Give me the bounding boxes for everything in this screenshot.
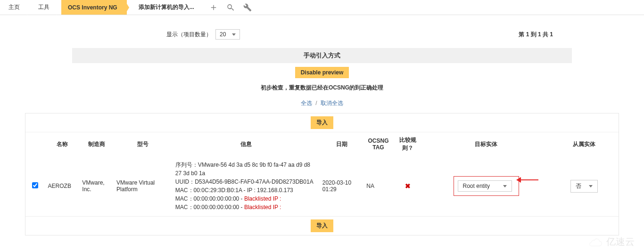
row-checkbox[interactable] <box>32 182 38 188</box>
col-target-entity: 目标实体 <box>422 132 550 156</box>
cell-target-entity: Root entity <box>422 156 550 216</box>
top-controls: 显示（项目数量） 20 第 1 到 1 共 1 <box>25 20 619 46</box>
breadcrumb-actions <box>209 3 252 12</box>
manual-import-header: 手动引入方式 <box>72 48 572 63</box>
chevron-down-icon <box>232 33 236 36</box>
cloud-icon <box>587 238 603 242</box>
pager-info: 第 1 到 1 共 1 <box>519 31 553 39</box>
cell-sub-entity: 否 <box>550 156 619 216</box>
watermark: 亿速云 <box>587 235 635 242</box>
breadcrumb: 主页 工具 OCS Inventory NG 添加新计算机的导入... <box>0 0 644 15</box>
blacklisted-ip-label: Blacklisted IP : <box>244 204 281 211</box>
table-header-row: 名称 制造商 型号 信息 日期 OCSNG TAG 比较规则？ 目标实体 从属实… <box>25 132 619 156</box>
table-row: AEROZB VMware, Inc. VMware Virtual Platf… <box>25 156 619 216</box>
cell-manufacturer: VMware, Inc. <box>79 156 114 216</box>
plus-icon[interactable] <box>209 3 218 12</box>
cell-name: AEROZB <box>45 156 80 216</box>
cell-info: 序列号：VMware-56 4d 3a d5 8c 9b f0 fa-47 aa… <box>173 156 320 216</box>
disable-preview-button[interactable]: Disable preview <box>295 67 349 78</box>
check-note: 初步检查，重复数据已经在OCSNG的到正确处理 <box>25 80 619 96</box>
cell-compare-rule: ✖ <box>393 156 422 216</box>
chevron-right-icon <box>27 0 32 15</box>
col-name: 名称 <box>45 132 80 156</box>
target-entity-highlight: Root entity <box>454 176 519 196</box>
col-date: 日期 <box>320 132 364 156</box>
chevron-down-icon <box>503 185 507 187</box>
sub-entity-select[interactable]: 否 <box>570 180 598 193</box>
import-table: 名称 制造商 型号 信息 日期 OCSNG TAG 比较规则？ 目标实体 从属实… <box>25 132 619 216</box>
display-count-control: 显示（项目数量） 20 <box>166 29 240 40</box>
col-manufacturer: 制造商 <box>79 132 114 156</box>
breadcrumb-import-page[interactable]: 添加新计算机的导入... <box>129 0 204 15</box>
x-circle-icon: ✖ <box>405 182 411 190</box>
cell-ocsng-tag: NA <box>363 156 393 216</box>
import-action-top: 导入 <box>25 113 619 132</box>
wrench-icon[interactable] <box>243 3 252 12</box>
display-count-select[interactable]: 20 <box>215 29 240 40</box>
disable-preview-row: Disable preview <box>25 65 619 80</box>
breadcrumb-home[interactable]: 主页 <box>4 0 29 15</box>
import-action-bottom: 导入 <box>25 216 619 235</box>
cell-model: VMware Virtual Platform <box>114 156 173 216</box>
select-links: 全选 / 取消全选 <box>25 96 619 111</box>
import-button-bottom[interactable]: 导入 <box>311 219 333 232</box>
cell-date: 2020-03-10 01:29 <box>320 156 364 216</box>
target-entity-select[interactable]: Root entity <box>458 180 512 192</box>
import-button-top[interactable]: 导入 <box>311 116 333 129</box>
main-content: 显示（项目数量） 20 第 1 到 1 共 1 手动引入方式 Disable p… <box>16 15 628 242</box>
chevron-right-icon <box>124 0 129 15</box>
col-info: 信息 <box>173 132 320 156</box>
select-all-link[interactable]: 全选 <box>301 100 312 106</box>
col-model: 型号 <box>114 132 173 156</box>
breadcrumb-ocs-inventory[interactable]: OCS Inventory NG <box>61 0 127 15</box>
display-label: 显示（项目数量） <box>166 31 212 39</box>
chevron-down-icon <box>589 185 593 187</box>
annotation-arrow-left <box>520 179 538 180</box>
col-compare-rule: 比较规则？ <box>393 132 422 156</box>
breadcrumb-tools[interactable]: 工具 <box>32 0 59 15</box>
col-ocsng-tag: OCSNG TAG <box>363 132 393 156</box>
deselect-all-link[interactable]: 取消全选 <box>321 100 343 106</box>
search-icon[interactable] <box>226 3 235 12</box>
blacklisted-ip-label: Blacklisted IP : <box>244 195 281 202</box>
col-sub-entity: 从属实体 <box>550 132 619 156</box>
chevron-right-icon <box>57 0 61 15</box>
import-table-wrap: 导入 名称 制造商 型号 信息 日期 OCSNG TAG 比较规则？ 目标实体 … <box>25 113 619 235</box>
